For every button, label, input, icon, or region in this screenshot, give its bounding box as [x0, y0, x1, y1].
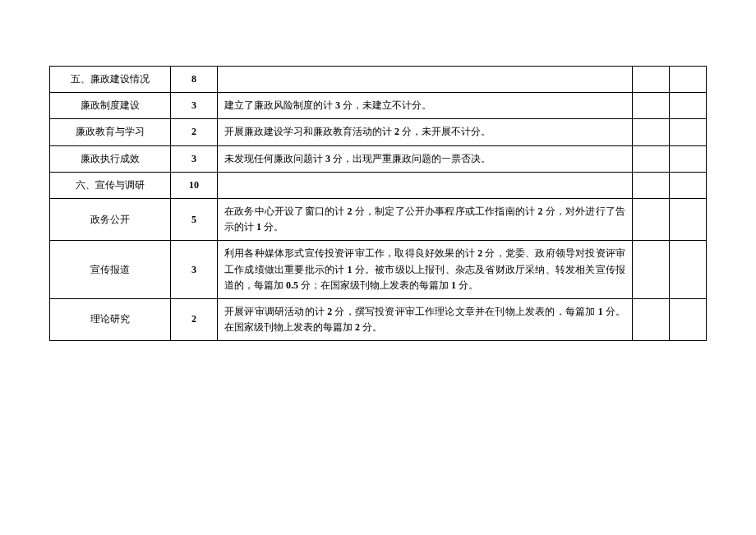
- table-row: 廉政制度建设3建立了廉政风险制度的计 3 分，未建立不计分。: [50, 93, 707, 119]
- empty-cell: [670, 67, 707, 93]
- row-label: 政务公开: [50, 198, 171, 240]
- empty-cell: [670, 198, 707, 240]
- row-score: 5: [171, 198, 218, 240]
- table-row: 廉政执行成效3未发现任何廉政问题计 3 分，出现严重廉政问题的一票否决。: [50, 145, 707, 172]
- row-description: 未发现任何廉政问题计 3 分，出现严重廉政问题的一票否决。: [218, 145, 633, 172]
- row-label: 廉政执行成效: [50, 145, 171, 172]
- row-label: 廉政教育与学习: [50, 119, 171, 145]
- empty-cell: [670, 298, 707, 340]
- table-row: 政务公开5在政务中心开设了窗口的计 2 分，制定了公开办事程序或工作指南的计 2…: [50, 198, 707, 240]
- scoring-table: 五、廉政建设情况8廉政制度建设3建立了廉政风险制度的计 3 分，未建立不计分。廉…: [49, 66, 707, 341]
- table-row: 六、宣传与调研10: [50, 172, 707, 198]
- empty-cell: [633, 172, 670, 198]
- empty-cell: [670, 145, 707, 172]
- row-score: 2: [171, 298, 218, 340]
- empty-cell: [633, 145, 670, 172]
- row-label: 五、廉政建设情况: [50, 67, 171, 93]
- row-description: [218, 67, 633, 93]
- empty-cell: [633, 198, 670, 240]
- empty-cell: [670, 241, 707, 299]
- row-description: 开展廉政建设学习和廉政教育活动的计 2 分，未开展不计分。: [218, 119, 633, 145]
- row-description: 开展评审调研活动的计 2 分，撰写投资评审工作理论文章并在刊物上发表的，每篇加 …: [218, 298, 633, 340]
- row-label: 廉政制度建设: [50, 93, 171, 119]
- row-description: 在政务中心开设了窗口的计 2 分，制定了公开办事程序或工作指南的计 2 分，对外…: [218, 198, 633, 240]
- row-score: 3: [171, 93, 218, 119]
- empty-cell: [670, 93, 707, 119]
- row-score: 10: [171, 172, 218, 198]
- row-label: 宣传报道: [50, 241, 171, 299]
- empty-cell: [633, 93, 670, 119]
- row-description: 建立了廉政风险制度的计 3 分，未建立不计分。: [218, 93, 633, 119]
- empty-cell: [633, 241, 670, 299]
- row-score: 2: [171, 119, 218, 145]
- row-score: 3: [171, 241, 218, 299]
- empty-cell: [670, 172, 707, 198]
- row-description: 利用各种媒体形式宣传投资评审工作，取得良好效果的计 2 分，党委、政府领导对投资…: [218, 241, 633, 299]
- empty-cell: [670, 119, 707, 145]
- table-row: 宣传报道3利用各种媒体形式宣传投资评审工作，取得良好效果的计 2 分，党委、政府…: [50, 241, 707, 299]
- table-row: 理论研究2开展评审调研活动的计 2 分，撰写投资评审工作理论文章并在刊物上发表的…: [50, 298, 707, 340]
- empty-cell: [633, 67, 670, 93]
- row-label: 理论研究: [50, 298, 171, 340]
- table-row: 廉政教育与学习2开展廉政建设学习和廉政教育活动的计 2 分，未开展不计分。: [50, 119, 707, 145]
- row-label: 六、宣传与调研: [50, 172, 171, 198]
- empty-cell: [633, 119, 670, 145]
- empty-cell: [633, 298, 670, 340]
- row-score: 8: [171, 67, 218, 93]
- table-row: 五、廉政建设情况8: [50, 67, 707, 93]
- row-score: 3: [171, 145, 218, 172]
- row-description: [218, 172, 633, 198]
